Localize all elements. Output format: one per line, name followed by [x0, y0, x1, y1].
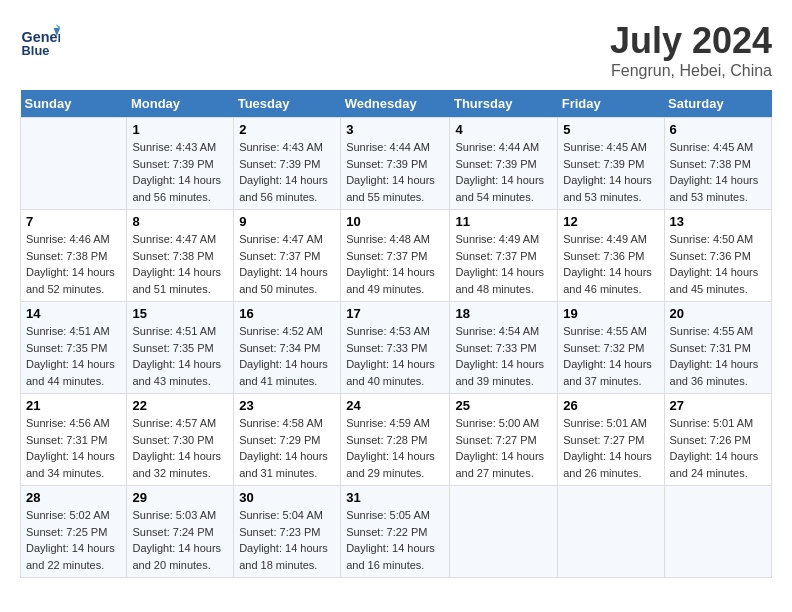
- header-tuesday: Tuesday: [234, 90, 341, 118]
- calendar-cell: 26Sunrise: 5:01 AMSunset: 7:27 PMDayligh…: [558, 394, 664, 486]
- day-number: 29: [132, 490, 228, 505]
- day-info: Sunrise: 4:43 AMSunset: 7:39 PMDaylight:…: [132, 139, 228, 205]
- header-wednesday: Wednesday: [341, 90, 450, 118]
- calendar-cell: 2Sunrise: 4:43 AMSunset: 7:39 PMDaylight…: [234, 118, 341, 210]
- day-info: Sunrise: 4:48 AMSunset: 7:37 PMDaylight:…: [346, 231, 444, 297]
- day-number: 25: [455, 398, 552, 413]
- day-info: Sunrise: 4:45 AMSunset: 7:39 PMDaylight:…: [563, 139, 658, 205]
- day-info: Sunrise: 4:49 AMSunset: 7:36 PMDaylight:…: [563, 231, 658, 297]
- calendar-cell: [450, 486, 558, 578]
- calendar-cell: 1Sunrise: 4:43 AMSunset: 7:39 PMDaylight…: [127, 118, 234, 210]
- calendar-cell: 8Sunrise: 4:47 AMSunset: 7:38 PMDaylight…: [127, 210, 234, 302]
- day-number: 12: [563, 214, 658, 229]
- calendar-cell: 19Sunrise: 4:55 AMSunset: 7:32 PMDayligh…: [558, 302, 664, 394]
- calendar-cell: 23Sunrise: 4:58 AMSunset: 7:29 PMDayligh…: [234, 394, 341, 486]
- day-number: 22: [132, 398, 228, 413]
- week-row-4: 21Sunrise: 4:56 AMSunset: 7:31 PMDayligh…: [21, 394, 772, 486]
- calendar-cell: 14Sunrise: 4:51 AMSunset: 7:35 PMDayligh…: [21, 302, 127, 394]
- day-number: 27: [670, 398, 766, 413]
- calendar-header-row: SundayMondayTuesdayWednesdayThursdayFrid…: [21, 90, 772, 118]
- day-info: Sunrise: 4:46 AMSunset: 7:38 PMDaylight:…: [26, 231, 121, 297]
- day-info: Sunrise: 4:54 AMSunset: 7:33 PMDaylight:…: [455, 323, 552, 389]
- day-number: 16: [239, 306, 335, 321]
- day-info: Sunrise: 4:57 AMSunset: 7:30 PMDaylight:…: [132, 415, 228, 481]
- calendar-cell: [21, 118, 127, 210]
- calendar-cell: 24Sunrise: 4:59 AMSunset: 7:28 PMDayligh…: [341, 394, 450, 486]
- calendar-cell: 21Sunrise: 4:56 AMSunset: 7:31 PMDayligh…: [21, 394, 127, 486]
- week-row-1: 1Sunrise: 4:43 AMSunset: 7:39 PMDaylight…: [21, 118, 772, 210]
- logo: General Blue: [20, 20, 64, 60]
- calendar-cell: 13Sunrise: 4:50 AMSunset: 7:36 PMDayligh…: [664, 210, 771, 302]
- day-info: Sunrise: 5:01 AMSunset: 7:27 PMDaylight:…: [563, 415, 658, 481]
- calendar-table: SundayMondayTuesdayWednesdayThursdayFrid…: [20, 90, 772, 578]
- calendar-cell: 3Sunrise: 4:44 AMSunset: 7:39 PMDaylight…: [341, 118, 450, 210]
- day-number: 9: [239, 214, 335, 229]
- calendar-cell: 31Sunrise: 5:05 AMSunset: 7:22 PMDayligh…: [341, 486, 450, 578]
- calendar-cell: 20Sunrise: 4:55 AMSunset: 7:31 PMDayligh…: [664, 302, 771, 394]
- day-number: 31: [346, 490, 444, 505]
- week-row-3: 14Sunrise: 4:51 AMSunset: 7:35 PMDayligh…: [21, 302, 772, 394]
- calendar-cell: [664, 486, 771, 578]
- day-info: Sunrise: 4:47 AMSunset: 7:37 PMDaylight:…: [239, 231, 335, 297]
- day-info: Sunrise: 4:52 AMSunset: 7:34 PMDaylight:…: [239, 323, 335, 389]
- day-number: 4: [455, 122, 552, 137]
- main-title: July 2024: [610, 20, 772, 62]
- day-info: Sunrise: 4:43 AMSunset: 7:39 PMDaylight:…: [239, 139, 335, 205]
- calendar-cell: 4Sunrise: 4:44 AMSunset: 7:39 PMDaylight…: [450, 118, 558, 210]
- day-info: Sunrise: 4:55 AMSunset: 7:31 PMDaylight:…: [670, 323, 766, 389]
- calendar-cell: 10Sunrise: 4:48 AMSunset: 7:37 PMDayligh…: [341, 210, 450, 302]
- calendar-cell: 25Sunrise: 5:00 AMSunset: 7:27 PMDayligh…: [450, 394, 558, 486]
- calendar-cell: 27Sunrise: 5:01 AMSunset: 7:26 PMDayligh…: [664, 394, 771, 486]
- calendar-cell: 29Sunrise: 5:03 AMSunset: 7:24 PMDayligh…: [127, 486, 234, 578]
- day-number: 10: [346, 214, 444, 229]
- calendar-cell: 11Sunrise: 4:49 AMSunset: 7:37 PMDayligh…: [450, 210, 558, 302]
- day-number: 21: [26, 398, 121, 413]
- day-info: Sunrise: 4:47 AMSunset: 7:38 PMDaylight:…: [132, 231, 228, 297]
- day-number: 7: [26, 214, 121, 229]
- day-info: Sunrise: 4:58 AMSunset: 7:29 PMDaylight:…: [239, 415, 335, 481]
- title-section: July 2024 Fengrun, Hebei, China: [610, 20, 772, 80]
- day-number: 3: [346, 122, 444, 137]
- day-info: Sunrise: 4:51 AMSunset: 7:35 PMDaylight:…: [26, 323, 121, 389]
- calendar-cell: 5Sunrise: 4:45 AMSunset: 7:39 PMDaylight…: [558, 118, 664, 210]
- day-number: 26: [563, 398, 658, 413]
- day-number: 2: [239, 122, 335, 137]
- day-info: Sunrise: 5:02 AMSunset: 7:25 PMDaylight:…: [26, 507, 121, 573]
- day-number: 30: [239, 490, 335, 505]
- day-info: Sunrise: 4:53 AMSunset: 7:33 PMDaylight:…: [346, 323, 444, 389]
- day-number: 1: [132, 122, 228, 137]
- calendar-cell: 12Sunrise: 4:49 AMSunset: 7:36 PMDayligh…: [558, 210, 664, 302]
- day-number: 18: [455, 306, 552, 321]
- calendar-cell: [558, 486, 664, 578]
- svg-text:Blue: Blue: [22, 43, 50, 58]
- day-info: Sunrise: 4:56 AMSunset: 7:31 PMDaylight:…: [26, 415, 121, 481]
- calendar-cell: 7Sunrise: 4:46 AMSunset: 7:38 PMDaylight…: [21, 210, 127, 302]
- week-row-2: 7Sunrise: 4:46 AMSunset: 7:38 PMDaylight…: [21, 210, 772, 302]
- subtitle: Fengrun, Hebei, China: [610, 62, 772, 80]
- day-info: Sunrise: 5:04 AMSunset: 7:23 PMDaylight:…: [239, 507, 335, 573]
- day-number: 15: [132, 306, 228, 321]
- day-number: 17: [346, 306, 444, 321]
- day-number: 24: [346, 398, 444, 413]
- day-info: Sunrise: 4:55 AMSunset: 7:32 PMDaylight:…: [563, 323, 658, 389]
- day-info: Sunrise: 4:49 AMSunset: 7:37 PMDaylight:…: [455, 231, 552, 297]
- day-number: 23: [239, 398, 335, 413]
- day-info: Sunrise: 4:50 AMSunset: 7:36 PMDaylight:…: [670, 231, 766, 297]
- day-number: 20: [670, 306, 766, 321]
- calendar-cell: 9Sunrise: 4:47 AMSunset: 7:37 PMDaylight…: [234, 210, 341, 302]
- day-info: Sunrise: 4:44 AMSunset: 7:39 PMDaylight:…: [455, 139, 552, 205]
- header-sunday: Sunday: [21, 90, 127, 118]
- header-friday: Friday: [558, 90, 664, 118]
- day-info: Sunrise: 4:45 AMSunset: 7:38 PMDaylight:…: [670, 139, 766, 205]
- day-number: 14: [26, 306, 121, 321]
- calendar-cell: 22Sunrise: 4:57 AMSunset: 7:30 PMDayligh…: [127, 394, 234, 486]
- day-info: Sunrise: 5:05 AMSunset: 7:22 PMDaylight:…: [346, 507, 444, 573]
- page-header: General Blue July 2024 Fengrun, Hebei, C…: [20, 20, 772, 80]
- calendar-cell: 18Sunrise: 4:54 AMSunset: 7:33 PMDayligh…: [450, 302, 558, 394]
- week-row-5: 28Sunrise: 5:02 AMSunset: 7:25 PMDayligh…: [21, 486, 772, 578]
- header-saturday: Saturday: [664, 90, 771, 118]
- logo-icon: General Blue: [20, 20, 60, 60]
- day-number: 19: [563, 306, 658, 321]
- day-number: 5: [563, 122, 658, 137]
- day-info: Sunrise: 4:51 AMSunset: 7:35 PMDaylight:…: [132, 323, 228, 389]
